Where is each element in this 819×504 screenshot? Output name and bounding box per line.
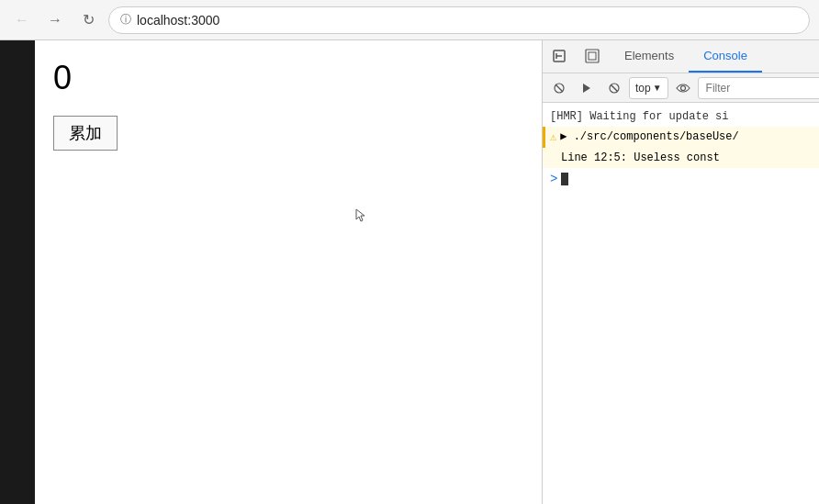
svg-line-7 [611,84,618,91]
forward-icon: → [48,12,62,28]
tab-console[interactable]: Console [689,40,762,73]
svg-point-8 [680,85,685,90]
console-warning-detail-line: Line 12:5: Useless const [543,148,819,168]
browser-window: ← → ↻ ⓘ localhost:3000 0 累加 [0,0,819,504]
info-icon: ⓘ [120,12,131,28]
increment-button[interactable]: 累加 [53,116,118,151]
console-caret [561,173,568,185]
tab-elements[interactable]: Elements [610,40,689,73]
content-area: 0 累加 [0,40,819,504]
devtools-inspect-icon[interactable] [576,40,609,73]
chevron-down-icon: ▼ [653,83,662,93]
devtools-cursor-icon[interactable] [543,40,576,73]
hmr-text: [HMR] Waiting for update si [550,108,728,125]
page-main: 0 累加 [35,40,542,504]
warning-icon: ⚠ [550,129,556,146]
back-icon: ← [15,12,29,28]
svg-marker-5 [583,84,590,93]
reload-icon: ↻ [83,11,95,28]
reload-button[interactable]: ↻ [75,7,101,33]
console-warning-line: ⚠ ▶ ./src/components/baseUse/ [543,127,819,148]
devtools-tab-bar: Elements Console [543,40,819,73]
console-filter-input[interactable] [698,77,819,99]
svg-line-4 [555,84,563,92]
console-run-button[interactable] [574,75,600,101]
svg-rect-1 [586,50,599,62]
left-sidebar-bar [0,40,35,504]
console-eye-button[interactable] [670,75,696,101]
console-prompt-line[interactable]: > [543,168,819,190]
cursor-indicator [354,207,369,226]
warning-detail-text: Line 12:5: Useless const [561,150,720,166]
counter-value: 0 [53,59,523,97]
back-button[interactable]: ← [9,7,35,33]
warning-text: ▶ ./src/components/baseUse/ [560,129,738,145]
top-dropdown-label: top [635,82,651,95]
console-output: [HMR] Waiting for update si ⚠ ▶ ./src/co… [543,103,819,504]
console-clear-button[interactable] [546,75,572,101]
console-hmr-line: [HMR] Waiting for update si [543,106,819,127]
console-prompt-chevron: > [550,172,557,186]
console-toolbar: top ▼ [543,73,819,103]
forward-button[interactable]: → [42,7,68,33]
page-content: 0 累加 [0,40,542,504]
context-top-dropdown[interactable]: top ▼ [629,77,668,99]
console-block-button[interactable] [601,75,627,101]
address-bar[interactable]: ⓘ localhost:3000 [108,6,810,34]
svg-rect-2 [589,52,596,60]
address-text: localhost:3000 [137,13,219,28]
devtools-panel: Elements Console [542,40,819,504]
browser-toolbar: ← → ↻ ⓘ localhost:3000 [0,0,819,40]
